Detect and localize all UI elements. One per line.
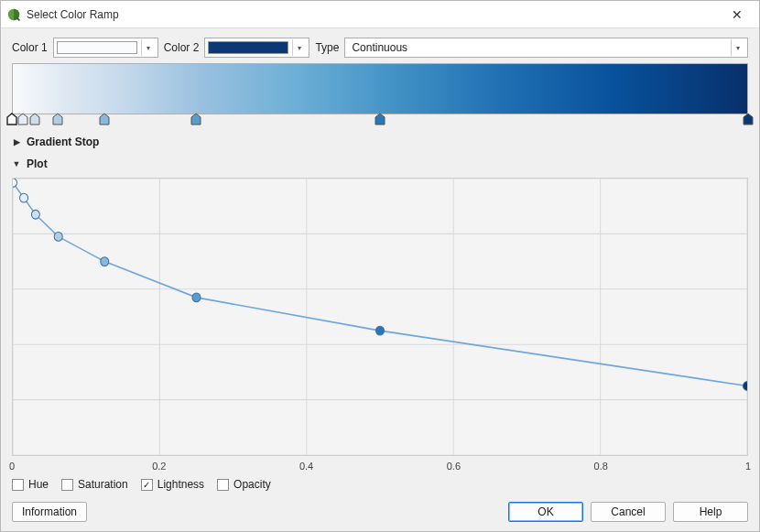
ok-button[interactable]: OK — [508, 502, 583, 522]
svg-point-20 — [743, 382, 747, 391]
checkbox-box — [12, 479, 24, 491]
type-value: Continuous — [348, 41, 727, 54]
opacity-checkbox[interactable]: Opacity — [217, 478, 271, 491]
checkbox-box — [217, 479, 229, 491]
app-icon — [6, 7, 21, 22]
x-tick-label: 0.6 — [447, 461, 461, 472]
svg-point-14 — [20, 193, 28, 202]
lightness-checkbox[interactable]: ✓ Lightness — [141, 478, 204, 491]
color2-swatch — [208, 41, 288, 54]
checkbox-box — [61, 479, 73, 491]
gradient-fill — [13, 64, 747, 114]
disclosure-triangle-icon: ▶ — [12, 137, 21, 147]
gradient-stop-marker[interactable] — [743, 113, 754, 125]
x-tick-label: 0.8 — [594, 461, 608, 472]
plot-canvas[interactable] — [12, 178, 748, 456]
plot-area: 00.20.40.60.81 Hue Saturation ✓ Lightnes… — [12, 178, 748, 493]
x-tick-label: 0.2 — [152, 461, 166, 472]
color2-combo[interactable]: ▾ — [204, 38, 309, 58]
color2-label: Color 2 — [164, 41, 200, 54]
svg-point-13 — [13, 179, 17, 187]
lightness-label: Lightness — [157, 478, 204, 491]
dialog-window: Select Color Ramp ✕ Color 1 ▾ Color 2 ▾ … — [0, 0, 760, 532]
type-label: Type — [315, 41, 339, 54]
gradient-stop-marker[interactable] — [375, 113, 385, 125]
type-combo[interactable]: Continuous ▾ — [344, 38, 748, 58]
saturation-checkbox[interactable]: Saturation — [61, 478, 128, 491]
chevron-down-icon[interactable]: ▾ — [731, 39, 744, 56]
plot-check-row: Hue Saturation ✓ Lightness Opacity — [12, 474, 748, 493]
information-button[interactable]: Information — [12, 502, 87, 522]
gradient-stop-marker[interactable] — [17, 113, 28, 125]
plot-header[interactable]: ▼ Plot — [12, 156, 748, 172]
x-tick-label: 0 — [9, 461, 15, 472]
svg-point-15 — [31, 210, 39, 219]
gradient-stop-marker[interactable] — [52, 113, 63, 125]
gradient-stop-marker[interactable] — [29, 113, 40, 125]
gradient-stops-track[interactable] — [12, 114, 748, 128]
gradient-stop-label: Gradient Stop — [27, 136, 99, 148]
svg-point-16 — [54, 233, 62, 242]
svg-point-19 — [375, 326, 384, 335]
plot-label: Plot — [27, 157, 48, 170]
gradient-stop-marker[interactable] — [6, 113, 17, 125]
saturation-label: Saturation — [78, 478, 128, 491]
checkbox-box: ✓ — [141, 479, 153, 491]
chevron-down-icon[interactable]: ▾ — [141, 39, 155, 56]
dialog-content: Color 1 ▾ Color 2 ▾ Type Continuous ▾ — [1, 28, 759, 493]
color1-label: Color 1 — [12, 41, 48, 54]
window-title: Select Color Ramp — [27, 8, 722, 21]
title-bar: Select Color Ramp ✕ — [1, 1, 759, 28]
plot-x-axis-labels: 00.20.40.60.81 — [12, 458, 748, 474]
opacity-label: Opacity — [233, 478, 271, 491]
x-tick-label: 0.4 — [299, 461, 313, 472]
x-tick-label: 1 — [745, 461, 751, 472]
top-row: Color 1 ▾ Color 2 ▾ Type Continuous ▾ — [12, 38, 748, 58]
svg-point-17 — [101, 257, 109, 266]
hue-label: Hue — [28, 478, 49, 491]
close-icon[interactable]: ✕ — [722, 7, 752, 22]
gradient-editor — [12, 63, 748, 128]
gradient-stop-header[interactable]: ▶ Gradient Stop — [12, 134, 748, 150]
gradient-stop-marker[interactable] — [99, 113, 110, 125]
cancel-button[interactable]: Cancel — [591, 502, 666, 522]
color1-swatch — [57, 41, 137, 54]
help-button[interactable]: Help — [673, 502, 748, 522]
chevron-down-icon[interactable]: ▾ — [292, 39, 306, 56]
gradient-stop-marker[interactable] — [190, 113, 201, 125]
gradient-preview[interactable] — [12, 63, 748, 114]
disclosure-triangle-icon: ▼ — [12, 159, 21, 168]
svg-point-18 — [192, 293, 201, 302]
hue-checkbox[interactable]: Hue — [12, 478, 49, 491]
color1-combo[interactable]: ▾ — [53, 38, 158, 58]
button-bar: Information OK Cancel Help — [1, 493, 759, 531]
